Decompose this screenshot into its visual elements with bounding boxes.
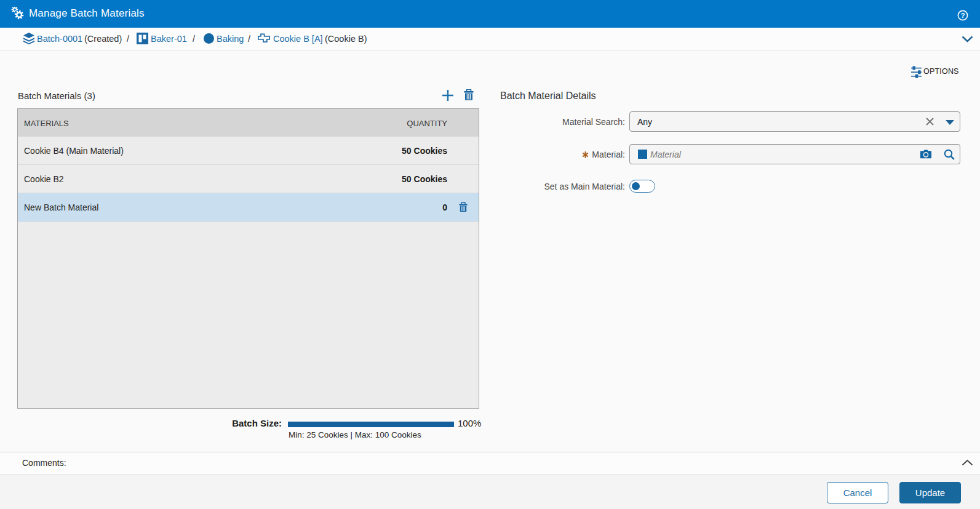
svg-text:?: ? bbox=[961, 12, 965, 19]
